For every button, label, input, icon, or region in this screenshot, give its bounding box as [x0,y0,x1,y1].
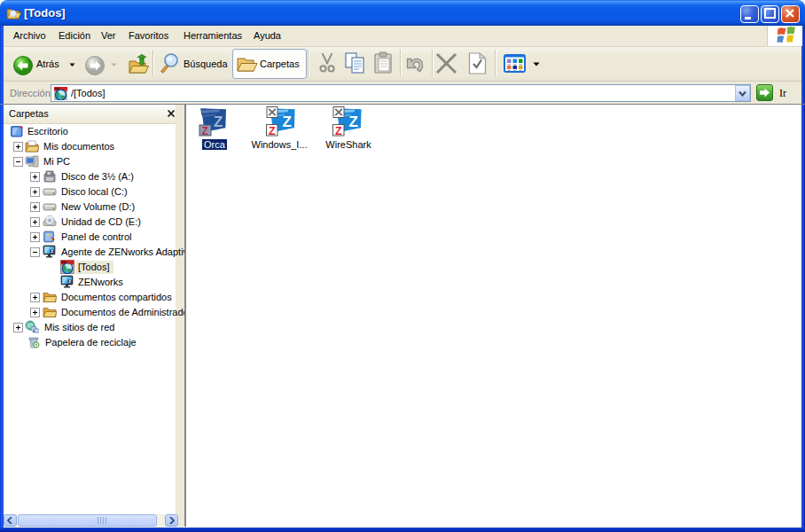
svg-text:z: z [68,278,71,284]
svg-text:Z: Z [201,125,207,137]
svg-text:Z: Z [283,113,292,130]
svg-text:Z: Z [214,113,223,130]
svg-text:z: z [51,248,53,254]
svg-text:Z: Z [349,113,358,130]
svg-text:Z: Z [269,125,276,137]
svg-text:Z: Z [335,125,342,137]
